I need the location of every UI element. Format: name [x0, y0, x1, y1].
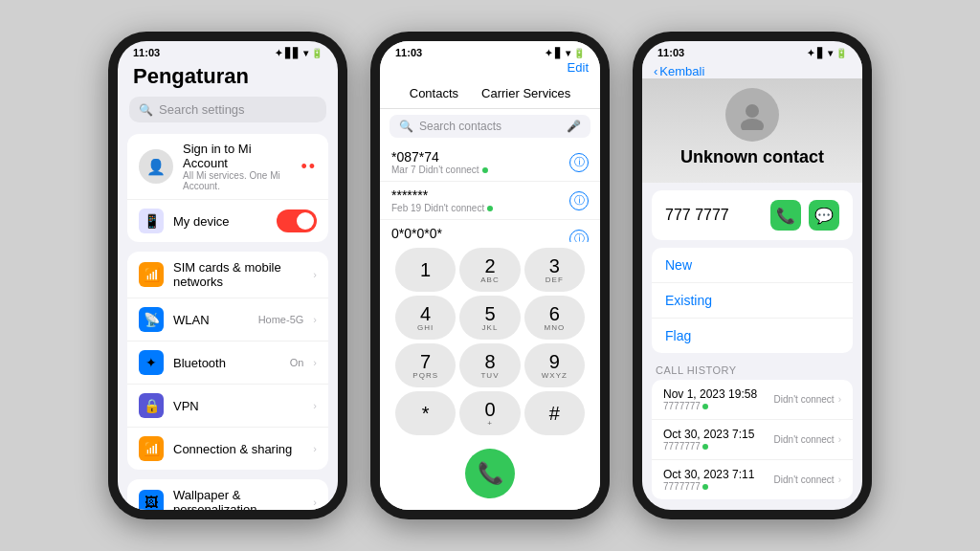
phone-dialer: 11:03 ✦ ▋ ▾ 🔋 Edit Contacts Carrier Serv…: [370, 32, 610, 519]
account-avatar: 👤: [139, 149, 173, 184]
wlan-item[interactable]: 📡 WLAN Home-5G ›: [127, 298, 328, 342]
vpn-item[interactable]: 🔒 VPN ›: [127, 385, 328, 428]
contact-avatar: [725, 88, 779, 142]
dial-7[interactable]: 7PQRS: [395, 343, 456, 387]
dial-4[interactable]: 4GHI: [395, 296, 456, 340]
device-toggle[interactable]: [277, 209, 317, 232]
svg-point-1: [741, 119, 764, 130]
history-dot-0: [702, 404, 708, 409]
history-dot-2: [702, 484, 708, 490]
history-num-2: 7777777: [663, 481, 774, 492]
dial-1[interactable]: 1: [395, 248, 456, 292]
green-dot-1: [487, 206, 493, 211]
dial-5[interactable]: 5JKL: [459, 296, 520, 340]
phone-contact: 11:03 ✦ ▋ ▾ 🔋 ‹ Kembali: [633, 32, 872, 519]
dialpad: 1 2ABC 3DEF 4GHI 5JKL 6MNO 7PQRS 8TUV 9W…: [380, 242, 600, 441]
account-item[interactable]: 👤 Sign in to Mi Account All Mi services.…: [127, 134, 328, 200]
wlan-icon: 📡: [139, 307, 164, 332]
bottom-section: 🖼 Wallpaper & personalization › 🔆 Always…: [127, 479, 328, 510]
wallpaper-label: Wallpaper & personalization: [173, 488, 303, 510]
option-existing[interactable]: Existing: [652, 283, 853, 319]
tab-contacts[interactable]: Contacts: [398, 82, 470, 108]
call-meta-0: Mar 7 Didn't connect: [391, 165, 569, 175]
history-status-2: Didn't connect: [774, 474, 835, 485]
call-history-items: Nov 1, 2023 19:58 7777777 Didn't connect…: [652, 380, 853, 499]
wlan-label: WLAN: [173, 313, 249, 327]
call-info-1: ******* Feb 19 Didn't connect: [391, 187, 569, 213]
mic-icon: 🎤: [567, 120, 581, 133]
call-item-1[interactable]: ******* Feb 19 Didn't connect ⓘ: [380, 182, 600, 220]
option-flag[interactable]: Flag: [652, 319, 853, 353]
status-icons-3: ✦ ▋ ▾ 🔋: [807, 48, 847, 58]
info-btn-1[interactable]: ⓘ: [569, 191, 589, 210]
call-item-2[interactable]: 0*0*0*0* Jan 8 Didn't connect ⓘ: [380, 220, 600, 242]
bluetooth-value: On: [290, 357, 304, 368]
device-item[interactable]: 📱 My device: [127, 200, 328, 242]
bt-icon-2: ✦: [545, 48, 552, 58]
wifi-icon-2: ▾: [566, 48, 570, 58]
wlan-value: Home-5G: [258, 314, 304, 325]
history-info-0: Nov 1, 2023 19:58 7777777: [663, 387, 774, 411]
dial-star[interactable]: *: [395, 391, 456, 435]
message-action-button[interactable]: 💬: [809, 200, 839, 231]
call-date-0: Mar 7: [391, 165, 416, 175]
dial-9[interactable]: 9WXYZ: [524, 343, 585, 387]
call-action-button[interactable]: 📞: [770, 200, 801, 231]
settings-title: Pengaturan: [118, 60, 338, 97]
call-item-0[interactable]: *087*74 Mar 7 Didn't connect ⓘ: [380, 143, 600, 182]
info-btn-2[interactable]: ⓘ: [569, 230, 589, 243]
call-status-0: Didn't connect: [419, 165, 479, 175]
history-item-2[interactable]: Oct 30, 2023 7:11 7777777 Didn't connect…: [652, 460, 853, 499]
contact-search[interactable]: 🔍 Search contacts 🎤: [390, 115, 590, 138]
notification-dots: ••: [301, 157, 317, 177]
call-number-2: 0*0*0*0*: [391, 226, 569, 241]
connection-chevron: ›: [313, 443, 317, 454]
dial-3[interactable]: 3DEF: [524, 248, 585, 292]
wallpaper-item[interactable]: 🖼 Wallpaper & personalization ›: [127, 479, 328, 510]
toggle-knob: [297, 212, 314, 230]
battery-icon: 🔋: [311, 48, 323, 58]
phones-container: 11:03 ✦ ▋▋ ▾ 🔋 Pengaturan 🔍 Search setti…: [0, 0, 980, 551]
signal-icon-2: ▋: [555, 48, 563, 58]
status-icons-2: ✦ ▋ ▾ 🔋: [545, 48, 585, 58]
contact-header: ‹ Kembali: [642, 60, 862, 78]
info-btn-0[interactable]: ⓘ: [569, 153, 589, 172]
search-icon: 🔍: [139, 103, 153, 117]
bt-icon-3: ✦: [807, 48, 814, 58]
call-date-1: Feb 19: [391, 203, 421, 213]
connection-item[interactable]: 📶 Connection & sharing ›: [127, 428, 328, 470]
wallpaper-chevron: ›: [313, 496, 317, 508]
dial-hash[interactable]: #: [524, 391, 585, 435]
contact-phone-number: 777 7777: [665, 207, 729, 224]
back-chevron-icon: ‹: [654, 64, 657, 78]
back-button[interactable]: ‹ Kembali: [654, 64, 704, 78]
history-date-2: Oct 30, 2023 7:11: [663, 468, 774, 481]
wallpaper-icon: 🖼: [139, 490, 164, 510]
search-bar[interactable]: 🔍 Search settings: [129, 97, 326, 122]
history-item-0[interactable]: Nov 1, 2023 19:58 7777777 Didn't connect…: [652, 380, 853, 420]
dial-6[interactable]: 6MNO: [524, 296, 585, 340]
history-chevron-2: ›: [838, 474, 841, 485]
history-dot-1: [702, 444, 708, 450]
sim-item[interactable]: 📶 SIM cards & mobile networks ›: [127, 252, 328, 298]
tab-carrier[interactable]: Carrier Services: [470, 82, 582, 108]
bluetooth-item[interactable]: ✦ Bluetooth On ›: [127, 342, 328, 385]
option-new[interactable]: New: [652, 248, 853, 283]
menu-section: 📶 SIM cards & mobile networks › 📡 WLAN H…: [127, 252, 328, 470]
dial-0[interactable]: 0+: [459, 391, 520, 435]
vpn-label: VPN: [173, 399, 303, 413]
edit-button[interactable]: Edit: [568, 60, 589, 75]
device-label: My device: [173, 214, 267, 229]
history-item-1[interactable]: Oct 30, 2023 7:15 7777777 Didn't connect…: [652, 420, 853, 460]
contact-number-row: 777 7777 📞 💬: [652, 190, 853, 240]
status-bar-2: 11:03 ✦ ▋ ▾ 🔋: [380, 41, 600, 60]
account-sub: All Mi services. One Mi Account.: [183, 170, 291, 191]
phone-settings: 11:03 ✦ ▋▋ ▾ 🔋 Pengaturan 🔍 Search setti…: [108, 32, 347, 519]
bluetooth-status-icon: ✦: [275, 48, 282, 58]
call-button[interactable]: 📞: [465, 449, 515, 498]
dial-8[interactable]: 8TUV: [459, 343, 520, 387]
dial-2[interactable]: 2ABC: [459, 248, 520, 292]
account-text: Sign in to Mi Account All Mi services. O…: [183, 142, 291, 191]
call-history-title: Call history: [652, 361, 853, 380]
wifi-icon-3: ▾: [828, 48, 833, 58]
